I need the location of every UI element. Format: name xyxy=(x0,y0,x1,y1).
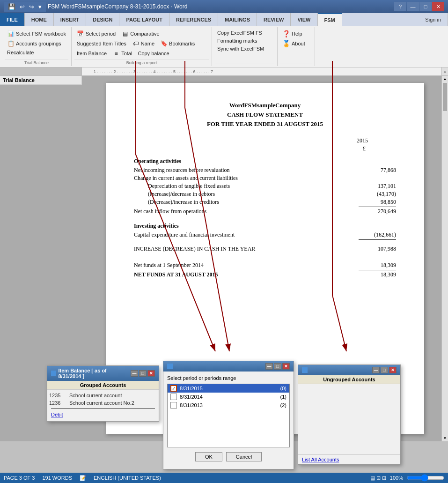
redo-icon[interactable]: ↪ xyxy=(28,3,36,11)
dialog-close[interactable]: ✕ xyxy=(147,370,155,377)
close-button[interactable]: ✕ xyxy=(432,2,444,11)
ribbon-group-content-2: 📅 Select period ▤ Comparative Suggested … xyxy=(74,28,197,59)
item-balance-dialog: Item Balance [ as of 8/31/2014 ] — □ ✕ G… xyxy=(47,365,159,422)
period-list: 8/31/2015 (0) 8/31/2014 (1) 8/31/2013 (2… xyxy=(167,384,290,447)
sync-excelfsm-button[interactable]: Sync with ExcelFSM xyxy=(215,45,266,52)
dialog-minimize-3[interactable]: — xyxy=(372,367,380,373)
trial-balance-label: Trial Balance xyxy=(5,59,68,65)
dialog-maximize[interactable]: □ xyxy=(139,370,147,377)
period-item-1[interactable]: 8/31/2014 (1) xyxy=(168,393,289,401)
vertical-scrollbar[interactable]: ▲ ▼ xyxy=(441,76,448,441)
tab-references[interactable]: REFERENCES xyxy=(169,13,218,26)
underline-separator xyxy=(359,270,396,270)
select-period-body: Select period or periods range 8/31/2015… xyxy=(163,372,294,469)
tab-design[interactable]: DESIGN xyxy=(86,13,119,26)
comparative-button[interactable]: ▤ Comparative xyxy=(119,29,162,38)
undo-icon[interactable]: ↩ xyxy=(18,3,26,11)
help-button[interactable]: ? xyxy=(394,2,406,11)
dialog-minimize[interactable]: — xyxy=(131,370,138,377)
window-controls: ? — □ ✕ xyxy=(394,2,444,11)
total-button[interactable]: ≡ Total xyxy=(110,49,134,58)
period-date-0: 8/31/2015 xyxy=(180,386,203,391)
select-period-button[interactable]: 📅 Select period xyxy=(74,29,118,38)
tab-page-layout[interactable]: PAGE LAYOUT xyxy=(119,13,169,26)
sidebar-header: Trial Balance xyxy=(0,76,81,85)
sign-in-button[interactable]: Sign in xyxy=(419,13,448,26)
excel-group-label xyxy=(215,64,274,65)
tab-review[interactable]: REVIEW xyxy=(257,13,291,26)
name-button[interactable]: 🏷 Name xyxy=(130,39,157,48)
item-balance-title: Item Balance [ as of 8/31/2014 ] xyxy=(58,368,131,379)
copy-balance-button[interactable]: Copy balance xyxy=(135,50,171,57)
tab-fsm[interactable]: FSM xyxy=(318,13,342,26)
scroll-down[interactable]: ▼ xyxy=(442,435,448,441)
item-balance-button[interactable]: Item Balance xyxy=(74,50,109,57)
select-period-instruction: Select period or periods range xyxy=(167,375,290,381)
period-checkbox-1[interactable] xyxy=(170,394,177,400)
select-fsm-workbook-button[interactable]: 📊 Select FSM workbook xyxy=(5,29,68,38)
doc-row: (Decrease)/increase in creditors 98,850 xyxy=(134,199,396,206)
tab-mailings[interactable]: MAILINGS xyxy=(218,13,257,26)
list-all-container: List All Accounts xyxy=(298,454,400,464)
dialog-maximize-3[interactable]: □ xyxy=(381,367,388,373)
dialog-close-3[interactable]: ✕ xyxy=(389,367,397,373)
comparative-icon: ▤ xyxy=(121,30,129,37)
company-name: WordFSMsampleCompany xyxy=(134,102,396,109)
scroll-up[interactable]: ▲ xyxy=(442,76,448,82)
period-date-1: 8/31/2014 xyxy=(180,394,203,400)
word-count: 191 WORDS xyxy=(42,475,72,481)
customize-qat-icon[interactable]: ▾ xyxy=(37,3,43,11)
quick-access-toolbar: 💾 ↩ ↪ ▾ xyxy=(4,2,46,12)
cancel-button[interactable]: Cancel xyxy=(226,452,262,461)
recalculate-button[interactable]: Recalculate xyxy=(5,49,68,56)
copy-excelfsm-button[interactable]: Copy ExcelFSM FS xyxy=(215,29,266,37)
dialog-maximize-2[interactable]: □ xyxy=(274,363,281,370)
dialog-minimize-2[interactable]: — xyxy=(265,363,273,370)
ribbon-group-content: 📊 Select FSM workbook 📋 Accounts groupin… xyxy=(5,28,68,59)
accounts-dialog-icon xyxy=(302,367,308,373)
accounts-body xyxy=(298,384,400,454)
tab-view[interactable]: VIEW xyxy=(291,13,317,26)
item-balance-dialog-title: Item Balance [ as of 8/31/2014 ] — □ ✕ xyxy=(47,366,159,381)
help-ribbon-button[interactable]: ❓ Help xyxy=(280,29,308,38)
save-icon[interactable]: 💾 xyxy=(7,3,17,11)
period-checkbox-0[interactable] xyxy=(170,385,177,392)
maximize-button[interactable]: □ xyxy=(419,2,432,11)
ribbon-row-2: Suggested Item Titles 🏷 Name 🔖 Bookmarks xyxy=(74,39,197,48)
ribbon-content: 📊 Select FSM workbook 📋 Accounts groupin… xyxy=(0,26,448,67)
ruler: 1 . . . . . . . 2 . . . . . . . 3 . . . … xyxy=(0,67,448,76)
scroll-thumb[interactable] xyxy=(443,83,447,111)
year-header: 2015 xyxy=(134,137,368,144)
accounts-groupings-button[interactable]: 📋 Accounts groupings xyxy=(5,39,68,48)
select-period-title-bar: — □ ✕ xyxy=(163,361,294,372)
accounts-title-bar: — □ ✕ xyxy=(298,365,400,375)
about-button[interactable]: 🏅 About xyxy=(280,39,308,48)
tab-home[interactable]: HOME xyxy=(25,13,54,26)
ribbon-group-excel: Copy ExcelFSM FS Formatting marks Sync w… xyxy=(212,27,278,66)
suggested-item-titles-button[interactable]: Suggested Item Titles xyxy=(74,40,129,47)
title-bar: 💾 ↩ ↪ ▾ FSM WordFSMsampleCompany 8-31-20… xyxy=(0,0,448,13)
ribbon-group-building-report: 📅 Select period ▤ Comparative Suggested … xyxy=(72,27,212,66)
help-group-label xyxy=(280,64,312,65)
doc-row: Net incoming resources before revaluatio… xyxy=(134,167,396,174)
doc-row: NET FUNDS AT 31 AUGUST 2015 18,309 xyxy=(134,271,396,278)
debit-link[interactable]: Debit xyxy=(51,412,63,417)
period-item-2[interactable]: 8/31/2013 (2) xyxy=(168,401,289,409)
formatting-marks-button[interactable]: Formatting marks xyxy=(215,37,266,45)
dialog-close-2[interactable]: ✕ xyxy=(282,363,290,370)
minimize-button[interactable]: — xyxy=(407,2,419,11)
tab-file[interactable]: FILE xyxy=(0,13,25,26)
ok-button[interactable]: OK xyxy=(195,452,222,461)
ribbon-group-trial-balance: 📊 Select FSM workbook 📋 Accounts groupin… xyxy=(2,27,72,66)
bookmarks-icon: 🔖 xyxy=(160,40,168,47)
period-item-0[interactable]: 8/31/2015 (0) xyxy=(168,384,289,393)
ribbon-row-1: 📅 Select period ▤ Comparative xyxy=(74,29,197,38)
bookmarks-button[interactable]: 🔖 Bookmarks xyxy=(158,39,197,48)
tab-insert[interactable]: INSERT xyxy=(54,13,86,26)
period-checkbox-2[interactable] xyxy=(170,402,177,409)
title-bar-left: 💾 ↩ ↪ ▾ FSM WordFSMsampleCompany 8-31-20… xyxy=(4,2,187,12)
list-all-accounts-link[interactable]: List All Accounts xyxy=(302,457,339,462)
zoom-slider[interactable] xyxy=(407,474,444,482)
dialog-footer: OK Cancel xyxy=(167,450,290,465)
doc-row: (Increase)/decrease in debtors (43,170) xyxy=(134,191,396,198)
